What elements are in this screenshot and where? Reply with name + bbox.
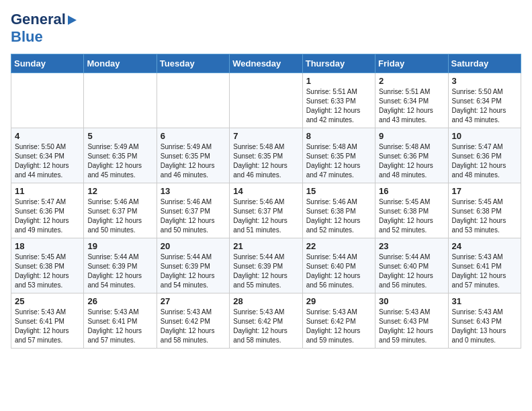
calendar-table: SundayMondayTuesdayWednesdayThursdayFrid… [11,54,521,349]
day-info: Sunrise: 5:46 AM Sunset: 6:37 PM Dayligh… [87,197,152,235]
day-number: 25 [15,296,80,306]
calendar-cell: 18Sunrise: 5:45 AM Sunset: 6:38 PM Dayli… [11,238,84,293]
day-info: Sunrise: 5:48 AM Sunset: 6:35 PM Dayligh… [306,142,371,180]
calendar-week-row: 25Sunrise: 5:43 AM Sunset: 6:41 PM Dayli… [11,293,521,349]
calendar-week-row: 4Sunrise: 5:50 AM Sunset: 6:34 PM Daylig… [11,128,521,183]
calendar-cell: 30Sunrise: 5:43 AM Sunset: 6:43 PM Dayli… [375,293,448,349]
calendar-cell: 14Sunrise: 5:46 AM Sunset: 6:37 PM Dayli… [230,183,302,238]
day-number: 26 [87,296,152,306]
day-info: Sunrise: 5:50 AM Sunset: 6:34 PM Dayligh… [452,87,517,125]
day-info: Sunrise: 5:43 AM Sunset: 6:41 PM Dayligh… [452,253,517,290]
day-number: 16 [379,186,444,196]
logo-arrow-icon [68,15,77,25]
day-number: 12 [87,186,152,196]
day-header-thursday: Thursday [302,54,375,73]
day-info: Sunrise: 5:44 AM Sunset: 6:39 PM Dayligh… [233,253,298,290]
day-number: 2 [379,76,444,86]
logo-general: General [11,11,66,28]
calendar-cell: 7Sunrise: 5:48 AM Sunset: 6:35 PM Daylig… [230,128,302,183]
day-number: 31 [452,296,517,306]
calendar-cell [230,73,302,128]
day-number: 15 [306,186,371,196]
day-number: 10 [452,131,517,141]
day-info: Sunrise: 5:44 AM Sunset: 6:39 PM Dayligh… [87,253,152,290]
day-info: Sunrise: 5:44 AM Sunset: 6:40 PM Dayligh… [306,253,371,290]
day-number: 6 [161,131,226,141]
calendar-cell: 1Sunrise: 5:51 AM Sunset: 6:33 PM Daylig… [302,73,375,128]
calendar-cell: 2Sunrise: 5:51 AM Sunset: 6:34 PM Daylig… [375,73,448,128]
day-info: Sunrise: 5:43 AM Sunset: 6:42 PM Dayligh… [161,308,226,345]
day-number: 5 [87,131,152,141]
calendar-cell: 8Sunrise: 5:48 AM Sunset: 6:35 PM Daylig… [302,128,375,183]
day-info: Sunrise: 5:46 AM Sunset: 6:37 PM Dayligh… [161,197,226,235]
logo: General Blue [11,11,77,46]
calendar-cell: 27Sunrise: 5:43 AM Sunset: 6:42 PM Dayli… [157,293,229,349]
day-info: Sunrise: 5:51 AM Sunset: 6:34 PM Dayligh… [379,87,444,125]
day-header-friday: Friday [375,54,448,73]
calendar-cell: 6Sunrise: 5:49 AM Sunset: 6:35 PM Daylig… [157,128,229,183]
calendar-cell: 16Sunrise: 5:45 AM Sunset: 6:38 PM Dayli… [375,183,448,238]
day-number: 28 [233,296,298,306]
day-info: Sunrise: 5:49 AM Sunset: 6:35 PM Dayligh… [87,142,152,180]
calendar-cell: 4Sunrise: 5:50 AM Sunset: 6:34 PM Daylig… [11,128,84,183]
calendar-cell: 22Sunrise: 5:44 AM Sunset: 6:40 PM Dayli… [302,238,375,293]
day-info: Sunrise: 5:43 AM Sunset: 6:41 PM Dayligh… [15,308,80,345]
day-info: Sunrise: 5:43 AM Sunset: 6:42 PM Dayligh… [306,308,371,345]
day-info: Sunrise: 5:43 AM Sunset: 6:42 PM Dayligh… [233,308,298,345]
day-number: 27 [161,296,226,306]
day-number: 8 [306,131,371,141]
day-header-sunday: Sunday [11,54,84,73]
calendar-cell: 26Sunrise: 5:43 AM Sunset: 6:41 PM Dayli… [84,293,157,349]
day-number: 3 [452,76,517,86]
calendar-cell: 23Sunrise: 5:44 AM Sunset: 6:40 PM Dayli… [375,238,448,293]
day-info: Sunrise: 5:45 AM Sunset: 6:38 PM Dayligh… [15,253,80,290]
calendar-cell: 25Sunrise: 5:43 AM Sunset: 6:41 PM Dayli… [11,293,84,349]
day-number: 24 [452,241,517,251]
day-number: 20 [161,241,226,251]
calendar-cell: 17Sunrise: 5:45 AM Sunset: 6:38 PM Dayli… [448,183,521,238]
day-number: 19 [87,241,152,251]
calendar-cell: 5Sunrise: 5:49 AM Sunset: 6:35 PM Daylig… [84,128,157,183]
day-number: 30 [379,296,444,306]
calendar-week-row: 1Sunrise: 5:51 AM Sunset: 6:33 PM Daylig… [11,73,521,128]
day-number: 4 [15,131,80,141]
day-info: Sunrise: 5:45 AM Sunset: 6:38 PM Dayligh… [379,197,444,235]
day-header-saturday: Saturday [448,54,521,73]
day-number: 22 [306,241,371,251]
day-number: 23 [379,241,444,251]
calendar-cell: 13Sunrise: 5:46 AM Sunset: 6:37 PM Dayli… [157,183,229,238]
day-info: Sunrise: 5:43 AM Sunset: 6:41 PM Dayligh… [87,308,152,345]
calendar-cell [11,73,84,128]
calendar-week-row: 18Sunrise: 5:45 AM Sunset: 6:38 PM Dayli… [11,238,521,293]
calendar-cell: 12Sunrise: 5:46 AM Sunset: 6:37 PM Dayli… [84,183,157,238]
calendar-cell: 31Sunrise: 5:43 AM Sunset: 6:43 PM Dayli… [448,293,521,349]
calendar-cell: 10Sunrise: 5:47 AM Sunset: 6:36 PM Dayli… [448,128,521,183]
day-info: Sunrise: 5:46 AM Sunset: 6:38 PM Dayligh… [306,197,371,235]
day-header-tuesday: Tuesday [157,54,229,73]
day-number: 17 [452,186,517,196]
day-info: Sunrise: 5:45 AM Sunset: 6:38 PM Dayligh… [452,197,517,235]
calendar-cell: 3Sunrise: 5:50 AM Sunset: 6:34 PM Daylig… [448,73,521,128]
calendar-cell: 9Sunrise: 5:48 AM Sunset: 6:36 PM Daylig… [375,128,448,183]
calendar-cell: 28Sunrise: 5:43 AM Sunset: 6:42 PM Dayli… [230,293,302,349]
calendar-cell: 24Sunrise: 5:43 AM Sunset: 6:41 PM Dayli… [448,238,521,293]
day-info: Sunrise: 5:44 AM Sunset: 6:40 PM Dayligh… [379,253,444,290]
day-number: 11 [15,186,80,196]
day-number: 21 [233,241,298,251]
day-header-wednesday: Wednesday [230,54,302,73]
calendar-cell: 19Sunrise: 5:44 AM Sunset: 6:39 PM Dayli… [84,238,157,293]
page-header: General Blue [11,11,521,46]
day-number: 13 [161,186,226,196]
day-info: Sunrise: 5:47 AM Sunset: 6:36 PM Dayligh… [452,142,517,180]
day-number: 29 [306,296,371,306]
day-number: 18 [15,241,80,251]
day-info: Sunrise: 5:48 AM Sunset: 6:35 PM Dayligh… [233,142,298,180]
day-info: Sunrise: 5:47 AM Sunset: 6:36 PM Dayligh… [15,197,80,235]
calendar-cell: 11Sunrise: 5:47 AM Sunset: 6:36 PM Dayli… [11,183,84,238]
calendar-header-row: SundayMondayTuesdayWednesdayThursdayFrid… [11,54,521,73]
day-number: 14 [233,186,298,196]
day-info: Sunrise: 5:49 AM Sunset: 6:35 PM Dayligh… [161,142,226,180]
calendar-cell: 29Sunrise: 5:43 AM Sunset: 6:42 PM Dayli… [302,293,375,349]
calendar-week-row: 11Sunrise: 5:47 AM Sunset: 6:36 PM Dayli… [11,183,521,238]
day-info: Sunrise: 5:50 AM Sunset: 6:34 PM Dayligh… [15,142,80,180]
